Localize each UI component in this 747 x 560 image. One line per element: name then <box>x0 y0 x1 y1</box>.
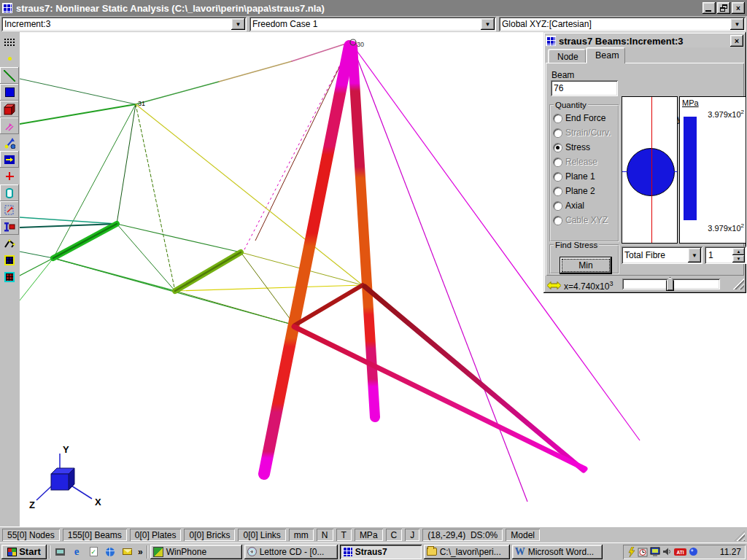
cross-tool[interactable] <box>0 168 19 184</box>
chevron-down-icon[interactable]: ▼ <box>481 18 495 30</box>
straus7-application-window: straus7: Nonlinear Static Analysis (C:\_… <box>0 0 747 560</box>
section-tick-right <box>672 171 677 172</box>
status-unit-force[interactable]: N <box>317 529 333 541</box>
status-plates[interactable]: 0[0] Plates <box>130 529 182 541</box>
window-titlebar[interactable]: straus7: Nonlinear Static Analysis (C:\_… <box>0 0 747 16</box>
cylinder-tool[interactable] <box>0 184 19 201</box>
status-links[interactable]: 0[0] Links <box>238 529 285 541</box>
status-unit-length[interactable]: mm <box>289 529 314 541</box>
tasks-icon[interactable]: ✓ <box>86 545 101 559</box>
tab-beam[interactable]: Beam <box>586 47 625 63</box>
beam-section-tool[interactable] <box>0 218 19 235</box>
chevron-down-icon[interactable]: ▼ <box>231 18 245 30</box>
link-tool[interactable] <box>0 117 19 134</box>
increment-combobox[interactable]: Increment:3 ▼ <box>1 17 247 31</box>
outlook-icon[interactable] <box>120 545 134 559</box>
radio-label: Release <box>565 157 597 167</box>
vertex-select-tool[interactable] <box>0 134 19 151</box>
netmeeting-icon[interactable] <box>103 545 117 559</box>
radio-stress[interactable]: Stress <box>554 140 615 155</box>
radio-icon <box>554 202 562 210</box>
min-button[interactable]: Min <box>560 257 612 274</box>
position-slider-thumb[interactable] <box>666 277 674 291</box>
radio-axial[interactable]: Axial <box>554 198 615 213</box>
fibre-combobox[interactable]: Total Fibre ▼ <box>622 246 703 264</box>
scheduler-tray-icon[interactable] <box>638 547 648 557</box>
axes-triad: Y X Z <box>29 444 101 510</box>
folder-icon <box>427 548 437 556</box>
beam-tool[interactable] <box>0 67 19 84</box>
radio-icon <box>554 187 562 195</box>
plate-grid-tool[interactable] <box>0 252 19 268</box>
task-explorer-folder[interactable]: C:\_lavori\peri... <box>424 545 510 559</box>
quick-launch-overflow[interactable]: » <box>136 547 144 557</box>
close-button[interactable]: × <box>732 2 745 14</box>
word-icon: W <box>515 546 525 558</box>
beams-dialog[interactable]: straus7 Beams:Increment:3 × Node Beam Be… <box>543 32 746 293</box>
toolbar-combos: Increment:3 ▼ Freedom Case 1 ▼ Global XY… <box>0 16 747 32</box>
dialog-close-button[interactable]: × <box>730 35 743 47</box>
dialog-titlebar[interactable]: straus7 Beams:Increment:3 × <box>546 34 744 47</box>
status-unit-stress[interactable]: MPa <box>355 529 383 541</box>
chevron-down-icon[interactable]: ▼ <box>688 248 701 262</box>
position-slider-track[interactable] <box>622 279 720 289</box>
plate-tool[interactable] <box>0 84 19 101</box>
status-unit-temp[interactable]: C <box>386 529 403 541</box>
chevron-down-icon[interactable]: ▼ <box>730 18 744 30</box>
svg-text:ATI: ATI <box>677 549 684 554</box>
task-cd-player[interactable]: Lettore CD - [0... <box>244 545 338 559</box>
element-move-tool[interactable] <box>0 151 19 168</box>
minimize-button[interactable] <box>703 2 716 14</box>
messenger-tray-icon[interactable] <box>689 547 698 556</box>
start-label: Start <box>19 546 41 557</box>
dialog-resize-grip[interactable] <box>732 278 744 289</box>
desktop-icon <box>55 548 65 556</box>
axis-y-label: Y <box>63 444 69 455</box>
task-straus7[interactable]: Straus7 <box>340 545 422 559</box>
restore-button[interactable] <box>717 2 730 14</box>
beam-line-icon <box>4 70 15 82</box>
radio-label: Cable XYZ <box>565 215 608 225</box>
internet-explorer-icon[interactable]: e <box>69 545 84 559</box>
fibre-number-spinner[interactable]: 1 ▲ ▼ <box>705 246 746 264</box>
radio-end-force[interactable]: End Force <box>554 111 615 125</box>
radio-plane-1[interactable]: Plane 1 <box>554 169 615 184</box>
snap-grid-tool[interactable] <box>0 34 19 50</box>
radio-plane-2[interactable]: Plane 2 <box>554 184 615 198</box>
spinner-down-icon[interactable]: ▼ <box>732 255 745 262</box>
brick-cube-icon <box>4 104 15 115</box>
app-icon <box>2 3 12 13</box>
scale-color-bar <box>684 117 697 220</box>
coord-system-combobox[interactable]: Global XYZ:[Cartesian] ▼ <box>499 17 746 31</box>
stress-scale-panel: MPa 3.979x102 3.979x102 <box>679 96 746 244</box>
brick-tool[interactable] <box>0 101 19 117</box>
move-arrow-icon <box>4 154 15 166</box>
brick-grid-tool[interactable] <box>0 268 19 285</box>
status-unit-energy[interactable]: J <box>405 529 419 541</box>
status-unit-mass[interactable]: T <box>336 529 352 541</box>
freedom-case-combobox[interactable]: Freedom Case 1 ▼ <box>249 17 496 31</box>
measure-tool[interactable] <box>0 235 19 252</box>
status-beams[interactable]: 155[0] Beams <box>63 529 127 541</box>
taskbar-clock[interactable]: 11.27 <box>720 547 741 557</box>
status-nodes[interactable]: 55[0] Nodes <box>2 529 60 541</box>
region-select-tool[interactable] <box>0 201 19 218</box>
task-label: Microsoft Word... <box>528 547 594 557</box>
ati-tray-icon[interactable]: ATI <box>674 548 686 556</box>
tab-node[interactable]: Node <box>548 49 586 63</box>
radio-cable-xyz: Cable XYZ <box>554 213 615 228</box>
show-desktop-icon[interactable] <box>53 545 67 559</box>
beam-number-input[interactable]: 76 <box>551 80 618 96</box>
position-value: x=4.740x103 <box>564 280 613 292</box>
tab-node-label: Node <box>557 52 578 62</box>
power-tray-icon[interactable] <box>627 547 635 557</box>
spinner-up-icon[interactable]: ▲ <box>732 248 745 255</box>
double-arrow-icon <box>547 281 561 289</box>
node-tool[interactable] <box>0 50 19 67</box>
start-button[interactable]: Start <box>1 545 47 559</box>
status-bricks[interactable]: 0[0] Bricks <box>184 529 235 541</box>
task-winphone[interactable]: WinPhone <box>150 545 242 559</box>
display-tray-icon[interactable] <box>650 547 660 556</box>
task-word[interactable]: W Microsoft Word... <box>512 545 603 559</box>
volume-tray-icon[interactable] <box>662 547 672 556</box>
